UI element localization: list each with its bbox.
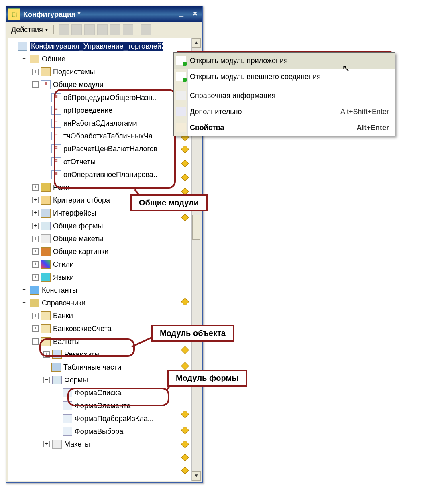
tree-common-pics[interactable]: Общие картинки [53, 248, 108, 256]
expander[interactable]: + [32, 197, 39, 203]
expander[interactable]: + [32, 69, 39, 75]
toolbar-icon-3[interactable] [84, 24, 95, 35]
tree-common[interactable]: Общие [42, 55, 65, 63]
tree-module-item[interactable]: инРаботаСДиалогами [63, 119, 137, 128]
tree-module-item[interactable]: отОтчеты [63, 158, 96, 166]
config-root-icon [18, 42, 27, 51]
tree-common-forms[interactable]: Общие формы [53, 222, 103, 230]
form-item-icon [63, 427, 72, 436]
expander[interactable]: − [21, 300, 27, 306]
cm-additional[interactable]: Дополнительно Alt+Shift+Enter [174, 104, 395, 120]
expander[interactable]: − [21, 56, 27, 62]
cm-shortcut: Alt+Shift+Enter [340, 108, 389, 116]
scroll-up-button[interactable]: ▲ [192, 38, 201, 48]
expander[interactable]: + [32, 248, 39, 255]
layout-icon [52, 440, 62, 449]
tree-forms[interactable]: Формы [64, 376, 88, 384]
module-icon [51, 106, 61, 115]
tree-constants[interactable]: Константы [42, 286, 77, 295]
expander[interactable]: + [32, 261, 39, 268]
expander[interactable]: − [43, 377, 50, 383]
pages-icon [176, 107, 186, 116]
roles-icon [41, 183, 51, 192]
tree-form-item[interactable]: ФормаВыбора [75, 427, 123, 436]
cm-label: Открыть модуль приложения [190, 57, 288, 65]
tree-subsystems[interactable]: Подсистемы [53, 68, 95, 76]
common-pics-icon [41, 247, 51, 256]
config-tree[interactable]: Конфигурация_Управление_торговлей − Общи… [8, 38, 192, 481]
expander[interactable]: + [43, 351, 50, 358]
tree-module-item[interactable]: рцРасчетЦенВалютНалогов [63, 145, 157, 153]
tree-banks[interactable]: Банки [53, 312, 73, 320]
expander[interactable]: − [32, 338, 39, 345]
tree-reqs[interactable]: Реквизиты [64, 350, 100, 359]
minimize-button[interactable]: _ [176, 10, 187, 19]
tree-langs[interactable]: Языки [53, 273, 74, 282]
scroll-thumb[interactable] [192, 215, 200, 240]
folder-icon [41, 337, 51, 346]
expander[interactable]: + [43, 441, 50, 447]
tree-references[interactable]: Справочники [42, 299, 86, 307]
tree-currencies[interactable]: Валюты [53, 338, 80, 346]
tree-form-item[interactable]: ФормаСписка [75, 389, 121, 397]
common-icon [30, 55, 39, 63]
tree-criteria[interactable]: Критерии отбора [53, 196, 110, 205]
tab-icon [51, 363, 61, 372]
tree-styles[interactable]: Стили [53, 260, 74, 269]
toolbar-arrow-up-icon[interactable] [97, 24, 108, 35]
module-icon [51, 157, 61, 166]
cm-open-ext-module[interactable]: Открыть модуль внешнего соединения [174, 69, 395, 85]
tree-tabs[interactable]: Табличные части [63, 363, 121, 372]
expander[interactable]: + [32, 184, 39, 191]
tree-module-item[interactable]: тчОбработкаТабличныхЧа.. [63, 132, 157, 140]
window-title: Конфигурация * [23, 10, 173, 19]
toolbar-arrow-down-icon[interactable] [110, 24, 120, 35]
module-icon [51, 119, 61, 128]
expander[interactable]: + [32, 223, 39, 229]
tree-common-modules[interactable]: Общие модули [53, 81, 104, 89]
toolbar-filter-icon[interactable] [141, 24, 151, 35]
tree-bank-accounts[interactable]: БанковскиеСчета [53, 325, 112, 333]
common-forms-icon [41, 222, 51, 230]
toolbar-icon-2[interactable] [71, 24, 82, 35]
cm-help-info[interactable]: Справочная информация [174, 87, 395, 104]
styles-icon [41, 260, 51, 269]
expander[interactable]: + [32, 325, 39, 332]
tree-layouts[interactable]: Макеты [64, 440, 90, 449]
module-icon [51, 144, 61, 153]
tree-form-item[interactable]: ФормаЭлемента [75, 402, 130, 410]
close-button[interactable]: × [189, 10, 201, 19]
context-menu: Открыть модуль приложения Открыть модуль… [173, 52, 395, 136]
cm-shortcut: Alt+Enter [356, 124, 389, 132]
expander[interactable]: + [32, 313, 39, 319]
tree-root[interactable]: Конфигурация_Управление_торговлей [30, 42, 163, 51]
tree-roles[interactable]: Роли [53, 183, 69, 192]
scroll-down-button[interactable]: ▼ [192, 471, 201, 481]
folder-icon [41, 324, 51, 333]
toolbar-icon-1[interactable] [59, 24, 69, 35]
tree-form-item[interactable]: ФормаПодбораИзКла... [75, 415, 154, 423]
tree-common-layouts[interactable]: Общие макеты [53, 235, 103, 243]
tree-module-item[interactable]: опОперативноеПланирова.. [63, 171, 157, 179]
form-item-icon [63, 401, 72, 410]
tree-container: Конфигурация_Управление_торговлей − Общи… [8, 38, 201, 481]
tree-module-item[interactable]: прПроведение [63, 106, 112, 115]
req-icon [52, 350, 62, 359]
module-green-icon [176, 56, 186, 65]
expander[interactable]: − [32, 81, 39, 88]
cm-label: Дополнительно [190, 108, 242, 116]
expander[interactable]: + [21, 287, 27, 293]
expander[interactable]: + [32, 236, 39, 242]
expander[interactable]: + [32, 210, 39, 216]
langs-icon [41, 273, 51, 282]
cm-open-app-module[interactable]: Открыть модуль приложения [174, 53, 395, 69]
toolbar-separator [53, 25, 54, 34]
tree-module-item[interactable]: обПроцедурыОбщегоНазн.. [63, 94, 156, 102]
expander[interactable]: + [32, 274, 39, 281]
actions-menu-button[interactable]: Действия ▼ [9, 25, 51, 35]
module-icon [51, 132, 61, 140]
caret-down-icon: ▼ [45, 28, 49, 32]
toolbar-icon-6[interactable] [123, 24, 133, 35]
cm-properties[interactable]: Свойства Alt+Enter [174, 120, 395, 136]
tree-interfaces[interactable]: Интерфейсы [53, 209, 96, 218]
